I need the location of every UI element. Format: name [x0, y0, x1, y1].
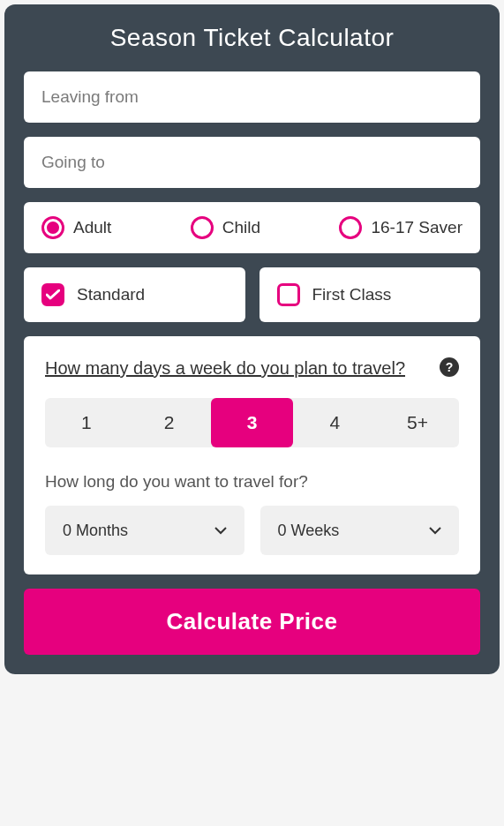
day-btn-5plus[interactable]: 5+ — [376, 398, 459, 447]
duration-label: How long do you want to travel for? — [45, 472, 459, 492]
weeks-select[interactable]: 0 Weeks — [260, 506, 460, 555]
day-btn-4[interactable]: 4 — [293, 398, 376, 447]
checkbox-label: First Class — [312, 285, 392, 304]
page-title: Season Ticket Calculator — [24, 24, 480, 52]
checkbox-icon — [41, 283, 64, 306]
months-select[interactable]: 0 Months — [45, 506, 244, 555]
passenger-type-group: Adult Child 16-17 Saver — [24, 202, 480, 253]
day-btn-1[interactable]: 1 — [45, 398, 128, 447]
months-select-wrap: 0 Months — [45, 506, 244, 555]
radio-label: 16-17 Saver — [371, 218, 463, 237]
season-ticket-calculator: Season Ticket Calculator Adult Child 16-… — [4, 4, 500, 674]
radio-icon — [41, 216, 64, 239]
leaving-from-input[interactable] — [24, 71, 480, 123]
checkbox-first-class[interactable]: First Class — [260, 267, 481, 322]
radio-icon — [339, 216, 362, 239]
day-btn-3[interactable]: 3 — [211, 398, 294, 447]
checkbox-icon — [277, 283, 300, 306]
question-row: How many days a week do you plan to trav… — [45, 356, 459, 380]
radio-label: Child — [222, 218, 260, 237]
day-buttons-group: 1 2 3 4 5+ — [45, 398, 459, 447]
travel-frequency-section: How many days a week do you plan to trav… — [24, 336, 480, 574]
calculate-price-button[interactable]: Calculate Price — [24, 589, 480, 655]
radio-saver[interactable]: 16-17 Saver — [339, 216, 463, 239]
help-icon[interactable]: ? — [440, 357, 459, 377]
days-question-label[interactable]: How many days a week do you plan to trav… — [45, 356, 429, 380]
checkbox-label: Standard — [77, 285, 145, 304]
duration-row: 0 Months 0 Weeks — [45, 506, 459, 555]
radio-icon — [191, 216, 214, 239]
radio-adult[interactable]: Adult — [41, 216, 111, 239]
radio-label: Adult — [73, 218, 111, 237]
going-to-input[interactable] — [24, 137, 480, 188]
weeks-select-wrap: 0 Weeks — [260, 506, 460, 555]
day-btn-2[interactable]: 2 — [128, 398, 211, 447]
radio-child[interactable]: Child — [191, 216, 260, 239]
class-options-row: Standard First Class — [24, 267, 480, 322]
checkbox-standard[interactable]: Standard — [24, 267, 245, 322]
